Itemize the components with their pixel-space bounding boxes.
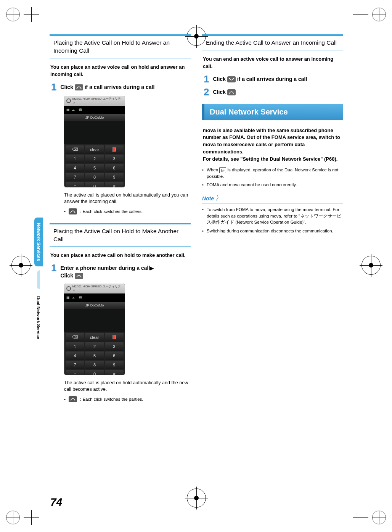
- right-column: Ending the Active Call to Answer an Inco…: [202, 34, 343, 492]
- svg-point-5: [80, 276, 81, 277]
- svg-point-7: [74, 400, 75, 400]
- call-switch-icon: [69, 396, 77, 402]
- registration-target: [11, 256, 31, 275]
- step-text-b: Click: [60, 272, 74, 279]
- call-answer-icon: [75, 84, 83, 90]
- out-of-service-icon: 外: [219, 167, 226, 173]
- step-row: 1 Enter a phone number during a call▶ Cl…: [50, 263, 191, 279]
- svg-rect-12: [221, 169, 222, 172]
- step-text: Click if a call arrives during a call: [213, 74, 343, 84]
- section-heading: Ending the Active Call to Answer an Inco…: [202, 34, 343, 50]
- bullet-text-a: When: [207, 168, 219, 172]
- call-answer-icon: [227, 89, 236, 95]
- registration-circle: [372, 8, 386, 21]
- note-text: To switch from FOMA to mova, operate usi…: [207, 206, 343, 226]
- call-end-icon: [227, 76, 236, 82]
- utility-screenshot: M2501 HIGH-SPEED ユーティリティ ▮▮☁☎ JP DoCoMo …: [64, 284, 125, 375]
- section-heading: Placing the Active Call on Hold to Make …: [50, 223, 191, 247]
- svg-point-3: [74, 212, 75, 213]
- svg-point-11: [233, 93, 234, 94]
- note-row: • To switch from FOMA to mova, operate u…: [202, 206, 343, 226]
- crop-mark: [24, 7, 39, 22]
- note-row: • Switching during communication disconn…: [202, 228, 343, 234]
- major-heading: Dual Network Service: [202, 104, 343, 120]
- svg-point-10: [229, 93, 230, 94]
- bullet-text: : Each click switches the callers.: [80, 208, 143, 214]
- crop-mark: [24, 510, 39, 525]
- section-intro: You can end an active voice call to answ…: [202, 56, 343, 70]
- call-answer-icon: [75, 273, 83, 279]
- svg-point-2: [71, 212, 71, 213]
- section-intro: mova is also available with the same sub…: [202, 127, 343, 163]
- bullet-row: • FOMA and mova cannot be used concurren…: [202, 182, 343, 188]
- side-tab-subtitle: Dual Network Service: [36, 296, 41, 339]
- crop-mark: [353, 510, 368, 525]
- left-column: Placing the Active Call on Hold to Answe…: [50, 34, 191, 492]
- svg-point-4: [76, 276, 77, 277]
- step-text-a: Click: [213, 76, 227, 82]
- crop-mark: [353, 7, 368, 22]
- step-text-b: if a call arrives during a call: [237, 76, 307, 82]
- screenshot-caption: The active call is placed on hold automa…: [64, 380, 191, 393]
- note-label: Note: [202, 195, 214, 202]
- bullet-text: : Each click switches the parties.: [80, 396, 143, 402]
- step-text-a: Click: [60, 84, 74, 90]
- side-tab-spacer: [37, 270, 40, 289]
- intro-para2: For details, see "Setting the Dual Netwo…: [203, 156, 337, 162]
- step-row: 1 Click if a call arrives during a call: [50, 82, 191, 92]
- intro-para1: mova is also available with the same sub…: [203, 127, 340, 155]
- bullet-row: • When 外 is displayed, operation of the …: [202, 167, 343, 180]
- section-intro: You can place an active call on hold to …: [50, 252, 191, 259]
- step-text: Enter a phone number during a call▶ Clic…: [60, 263, 191, 279]
- registration-circle: [372, 511, 386, 524]
- step-text-a: Enter a phone number during a call: [60, 265, 150, 271]
- bullet-text-b: is displayed, operation of the Dual Netw…: [207, 168, 338, 179]
- side-tab-network-services: Network Services: [34, 218, 43, 266]
- step-number: 1: [51, 82, 56, 92]
- step-number: 2: [204, 87, 209, 97]
- screenshot-caption: The active call is placed on hold automa…: [64, 192, 191, 205]
- ss-title: M2501 HIGH-SPEED ユーティリティ: [72, 97, 123, 105]
- ss-carrier: JP DoCoMo: [64, 114, 125, 121]
- step-text-b: if a call arrives during a call: [85, 84, 155, 90]
- utility-screenshot: M2501 HIGH-SPEED ユーティリティ ▮▮☁☎ JP DoCoMo …: [64, 96, 125, 187]
- registration-target: [361, 256, 381, 275]
- step-number: 1: [204, 74, 209, 84]
- registration-circle: [6, 511, 20, 524]
- section-heading: Placing the Active Call on Hold to Answe…: [50, 34, 191, 58]
- section-intro: You can place an active voice call on ho…: [50, 64, 191, 78]
- bullet-text: FOMA and mova cannot be used concurrentl…: [207, 182, 297, 188]
- svg-text:外: 外: [223, 169, 225, 172]
- svg-point-1: [80, 88, 81, 89]
- note-text: Switching during communication disconnec…: [207, 228, 333, 234]
- note-arrow-icon: 〉: [215, 194, 222, 202]
- step-text: Click: [213, 87, 343, 97]
- note-heading: Note 〉: [202, 194, 343, 203]
- bullet-row: • : Each click switches the parties.: [64, 396, 191, 402]
- page-number: 74: [50, 496, 62, 508]
- svg-point-8: [229, 78, 230, 79]
- registration-circle: [6, 8, 20, 21]
- step-text: Click if a call arrives during a call: [60, 82, 191, 92]
- side-tabs: Network Services Dual Network Service: [34, 218, 43, 339]
- step-number: 1: [51, 263, 56, 279]
- svg-point-9: [233, 78, 234, 79]
- call-switch-icon: [69, 208, 77, 214]
- step-row: 2 Click: [202, 87, 343, 97]
- step-row: 1 Click if a call arrives during a call: [202, 74, 343, 84]
- bullet-row: • : Each click switches the callers.: [64, 208, 191, 214]
- step-text-a: Click: [213, 89, 227, 95]
- svg-point-0: [76, 88, 77, 89]
- svg-point-6: [71, 400, 71, 400]
